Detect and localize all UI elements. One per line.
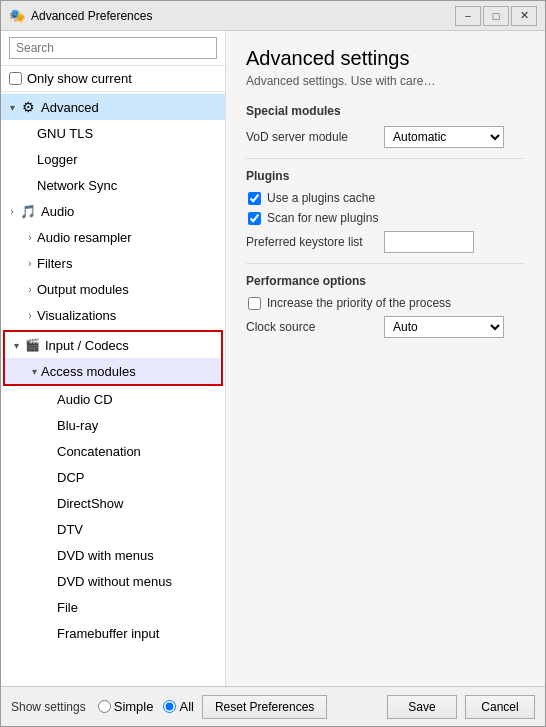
settings-subtitle: Advanced settings. Use with care… xyxy=(246,74,525,88)
tree-item-audio[interactable]: › 🎵 Audio xyxy=(1,198,225,224)
simple-radio-label: Simple xyxy=(98,699,154,714)
arrow-icon: › xyxy=(5,206,19,217)
tree-label-directshow: DirectShow xyxy=(57,496,123,511)
plugins-cache-label: Use a plugins cache xyxy=(267,191,375,205)
tree-item-network-sync[interactable]: Network Sync xyxy=(1,172,225,198)
plugins-cache-checkbox[interactable] xyxy=(248,192,261,205)
clock-source-label: Clock source xyxy=(246,320,376,334)
tree-item-dcp[interactable]: DCP xyxy=(1,464,225,490)
keystore-label: Preferred keystore list xyxy=(246,235,376,249)
clock-source-row: Clock source Auto System Monotonic xyxy=(246,316,525,338)
tree-label-audio-resampler: Audio resampler xyxy=(37,230,132,245)
tree-label-file: File xyxy=(57,600,78,615)
search-input[interactable] xyxy=(9,37,217,59)
only-show-checkbox[interactable] xyxy=(9,72,22,85)
tree-item-logger[interactable]: Logger xyxy=(1,146,225,172)
tree-panel: ▾ ⚙ Advanced GNU TLS Logger Network Sync xyxy=(1,92,225,686)
scan-plugins-label: Scan for new plugins xyxy=(267,211,378,225)
only-show-label: Only show current xyxy=(27,71,132,86)
all-radio[interactable] xyxy=(163,700,176,713)
tree-label-access-modules: Access modules xyxy=(41,364,136,379)
maximize-button[interactable]: □ xyxy=(483,6,509,26)
show-settings-label: Show settings xyxy=(11,700,86,714)
divider-1 xyxy=(246,158,525,159)
main-content: Only show current ▾ ⚙ Advanced GNU TLS xyxy=(1,31,545,686)
clock-source-select[interactable]: Auto System Monotonic xyxy=(384,316,504,338)
only-show-row: Only show current xyxy=(1,66,225,92)
vod-server-select[interactable]: Automatic None xyxy=(384,126,504,148)
divider-2 xyxy=(246,263,525,264)
tree-item-framebuffer-input[interactable]: Framebuffer input xyxy=(1,620,225,646)
main-window: 🎭 Advanced Preferences − □ ✕ Only show c… xyxy=(0,0,546,727)
vod-server-row: VoD server module Automatic None xyxy=(246,126,525,148)
scan-plugins-row: Scan for new plugins xyxy=(246,211,525,225)
tree-item-dvd-with-menus[interactable]: DVD with menus xyxy=(1,542,225,568)
vod-server-label: VoD server module xyxy=(246,130,376,144)
title-bar: 🎭 Advanced Preferences − □ ✕ xyxy=(1,1,545,31)
tree-item-audio-cd[interactable]: Audio CD xyxy=(1,386,225,412)
music-icon: 🎵 xyxy=(19,202,37,220)
arrow-icon: › xyxy=(23,258,37,269)
tree-item-blu-ray[interactable]: Blu-ray xyxy=(1,412,225,438)
section-header-plugins: Plugins xyxy=(246,169,525,183)
tree-item-access-modules[interactable]: ▾ Access modules xyxy=(5,358,221,384)
arrow-icon: ▾ xyxy=(9,340,23,351)
section-header-special-modules: Special modules xyxy=(246,104,525,118)
tree-label-visualizations: Visualizations xyxy=(37,308,116,323)
bottom-bar: Show settings Simple All Reset Preferenc… xyxy=(1,686,545,726)
plugins-cache-row: Use a plugins cache xyxy=(246,191,525,205)
priority-checkbox[interactable] xyxy=(248,297,261,310)
tree-label-blu-ray: Blu-ray xyxy=(57,418,98,433)
priority-label: Increase the priority of the process xyxy=(267,296,451,310)
tree-label-logger: Logger xyxy=(37,152,77,167)
window-controls: − □ ✕ xyxy=(455,6,537,26)
codec-icon: 🎬 xyxy=(23,336,41,354)
gear-icon: ⚙ xyxy=(19,98,37,116)
tree-item-output-modules[interactable]: › Output modules xyxy=(1,276,225,302)
arrow-icon: › xyxy=(23,232,37,243)
all-label: All xyxy=(179,699,193,714)
tree-label-network-sync: Network Sync xyxy=(37,178,117,193)
scan-plugins-checkbox[interactable] xyxy=(248,212,261,225)
arrow-icon: ▾ xyxy=(27,366,41,377)
tree-item-audio-resampler[interactable]: › Audio resampler xyxy=(1,224,225,250)
tree-label-dvd-without-menus: DVD without menus xyxy=(57,574,172,589)
tree-label-framebuffer-input: Framebuffer input xyxy=(57,626,159,641)
reset-preferences-button[interactable]: Reset Preferences xyxy=(202,695,327,719)
tree-label-audio-cd: Audio CD xyxy=(57,392,113,407)
tree-label-filters: Filters xyxy=(37,256,72,271)
close-button[interactable]: ✕ xyxy=(511,6,537,26)
tree-item-dvd-without-menus[interactable]: DVD without menus xyxy=(1,568,225,594)
tree-label-concatenation: Concatenation xyxy=(57,444,141,459)
tree-item-filters[interactable]: › Filters xyxy=(1,250,225,276)
tree-item-gnu-tls[interactable]: GNU TLS xyxy=(1,120,225,146)
priority-row: Increase the priority of the process xyxy=(246,296,525,310)
simple-label: Simple xyxy=(114,699,154,714)
cancel-button[interactable]: Cancel xyxy=(465,695,535,719)
tree-item-input-codecs[interactable]: ▾ 🎬 Input / Codecs xyxy=(5,332,221,358)
tree-label-dtv: DTV xyxy=(57,522,83,537)
arrow-icon: › xyxy=(23,310,37,321)
tree-item-visualizations[interactable]: › Visualizations xyxy=(1,302,225,328)
keystore-row: Preferred keystore list xyxy=(246,231,525,253)
keystore-input[interactable] xyxy=(384,231,474,253)
arrow-icon: ▾ xyxy=(5,102,19,113)
save-button[interactable]: Save xyxy=(387,695,457,719)
tree-label-gnu-tls: GNU TLS xyxy=(37,126,93,141)
search-box xyxy=(1,31,225,66)
tree-label-audio: Audio xyxy=(41,204,74,219)
tree-label-dcp: DCP xyxy=(57,470,84,485)
simple-radio[interactable] xyxy=(98,700,111,713)
tree-item-concatenation[interactable]: Concatenation xyxy=(1,438,225,464)
tree-label-advanced: Advanced xyxy=(41,100,99,115)
input-codecs-highlighted-section: ▾ 🎬 Input / Codecs ▾ Access modules xyxy=(3,330,223,386)
tree-item-dtv[interactable]: DTV xyxy=(1,516,225,542)
all-radio-label: All xyxy=(163,699,193,714)
tree-item-directshow[interactable]: DirectShow xyxy=(1,490,225,516)
tree-item-file[interactable]: File xyxy=(1,594,225,620)
arrow-icon: › xyxy=(23,284,37,295)
tree-item-advanced[interactable]: ▾ ⚙ Advanced xyxy=(1,94,225,120)
section-header-performance: Performance options xyxy=(246,274,525,288)
window-title: Advanced Preferences xyxy=(31,9,455,23)
minimize-button[interactable]: − xyxy=(455,6,481,26)
